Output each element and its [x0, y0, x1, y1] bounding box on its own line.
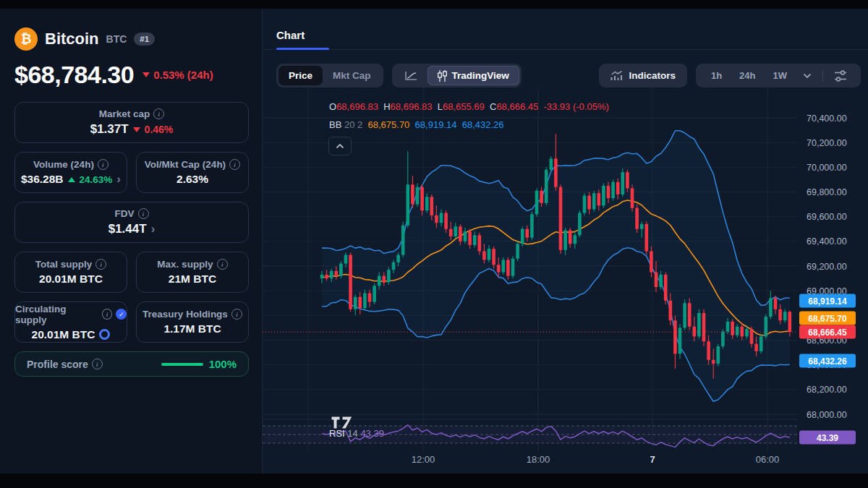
circulating-supply-card[interactable]: Circulating supplyi✓ 20.01M BTC	[14, 301, 127, 343]
info-icon[interactable]: i	[102, 309, 113, 320]
chevron-right-icon[interactable]: ›	[151, 226, 156, 233]
toggle-mktcap[interactable]: Mkt Cap	[323, 66, 381, 85]
bottom-strip	[0, 474, 868, 488]
price-badge: 68,666.45	[808, 328, 847, 338]
price-change: 0.53% (24h)	[142, 69, 213, 81]
info-icon[interactable]: i	[153, 108, 164, 119]
x-axis-label: 18:00	[527, 454, 550, 465]
chart-panel: Chart Price Mkt Cap	[263, 9, 868, 474]
line-chart-icon	[404, 71, 417, 81]
y-axis-label: 70,400.00	[807, 114, 847, 124]
indicators-button[interactable]: Indicators	[599, 64, 687, 87]
y-axis-label: 68,000.00	[807, 410, 847, 420]
chart-type-toggle: TradingView	[392, 64, 522, 87]
tab-active-underline	[276, 48, 329, 50]
triangle-down-icon	[133, 127, 140, 132]
profile-score-value: 100%	[209, 358, 237, 370]
coin-price: $68,784.30	[14, 61, 134, 89]
candlestick-icon	[438, 70, 447, 82]
x-axis-label: 06:00	[756, 454, 780, 465]
tab-chart[interactable]: Chart	[276, 29, 305, 41]
info-icon[interactable]: i	[95, 259, 106, 270]
chevron-right-icon[interactable]: ›	[116, 176, 121, 183]
line-chart-toggle[interactable]	[394, 66, 427, 85]
triangle-up-icon	[68, 177, 75, 182]
timeframe-1h[interactable]: 1h	[703, 70, 730, 81]
toggle-price[interactable]: Price	[278, 66, 323, 85]
info-icon[interactable]: i	[217, 259, 228, 270]
bb-legend: BB 20 2 68,675.70 68,919.14 68,432.26	[329, 119, 504, 130]
coin-symbol: BTC	[106, 33, 127, 45]
chevron-up-icon	[336, 144, 344, 149]
y-axis-label: 69,400.00	[807, 236, 847, 247]
timeframe-selector: 1h 24h 1W	[696, 64, 861, 87]
info-icon[interactable]: i	[138, 208, 149, 219]
verified-check-icon: ✓	[116, 309, 127, 320]
tradingview-toggle[interactable]: TradingView	[427, 66, 519, 85]
max-supply-card[interactable]: Max. supplyi 21M BTC	[136, 252, 249, 293]
price-badge: 68,919.14	[808, 296, 847, 307]
chart-toolbar: Price Mkt Cap	[263, 50, 868, 87]
timeframe-24h[interactable]: 24h	[731, 70, 763, 81]
tab-row: Chart	[263, 9, 868, 50]
coin-stats-sidebar: ₿ Bitcoin BTC #1 $68,784.30 0.53% (24h) …	[0, 9, 263, 474]
fdv-card[interactable]: FDVi $1.44T ›	[14, 202, 249, 243]
divider	[822, 70, 823, 82]
triangle-down-icon	[142, 72, 150, 77]
y-axis-label: 69,800.00	[807, 187, 847, 197]
profile-score-bar	[161, 363, 203, 366]
price-badge: 68,432.26	[808, 356, 847, 367]
info-icon[interactable]: i	[231, 309, 242, 320]
info-icon[interactable]: i	[98, 159, 109, 170]
price-badge: 43.39	[817, 433, 838, 443]
collapse-legend-button[interactable]	[328, 137, 352, 155]
market-cap-card[interactable]: Market capi $1.37T 0.46%	[14, 102, 249, 143]
rank-badge: #1	[134, 33, 155, 46]
profile-score-card[interactable]: Profile scorei 100%	[14, 351, 249, 377]
y-axis-label: 69,600.00	[807, 212, 847, 222]
chevron-down-icon[interactable]	[796, 73, 818, 79]
total-supply-card[interactable]: Total supplyi 20.01M BTC	[14, 252, 127, 293]
top-strip	[0, 0, 868, 9]
bitcoin-logo-icon: ₿	[14, 27, 38, 51]
x-axis-label: 12:00	[412, 454, 435, 465]
y-axis-label: 69,200.00	[807, 262, 847, 272]
info-icon[interactable]: i	[229, 159, 240, 170]
info-icon[interactable]: i	[92, 359, 103, 369]
chart-area[interactable]: 70,400.0070,200.0070,000.0069,800.0069,6…	[263, 87, 868, 474]
bitcoin-dashboard: ₿ Bitcoin BTC #1 $68,784.30 0.53% (24h) …	[0, 0, 868, 488]
timeframe-1w[interactable]: 1W	[765, 70, 796, 81]
coin-name: Bitcoin	[45, 30, 99, 48]
vol-mkt-cap-card[interactable]: Vol/Mkt Cap (24h)i 2.63%	[136, 152, 249, 193]
price-badge: 68,675.70	[808, 314, 847, 324]
chart-settings-icon[interactable]	[827, 70, 854, 82]
supply-progress-ring-icon	[99, 329, 110, 340]
y-axis-label: 68,200.00	[807, 385, 847, 395]
y-axis-label: 70,000.00	[807, 163, 847, 173]
rsi-legend: RSI 14 43.39	[329, 428, 384, 439]
price-mktcap-toggle: Price Mkt Cap	[276, 64, 383, 87]
x-axis-label: 7	[650, 454, 655, 465]
indicators-icon	[610, 71, 623, 81]
ohlc-legend: O68,696.83 H68,696.83 L68,655.69 C68,666…	[329, 101, 609, 112]
volume-card[interactable]: Volume (24h)i $36.28B 24.63% ›	[14, 152, 127, 193]
y-axis-label: 70,200.00	[807, 138, 847, 148]
treasury-holdings-card[interactable]: Treasury Holdingsi 1.17M BTC	[136, 301, 249, 343]
